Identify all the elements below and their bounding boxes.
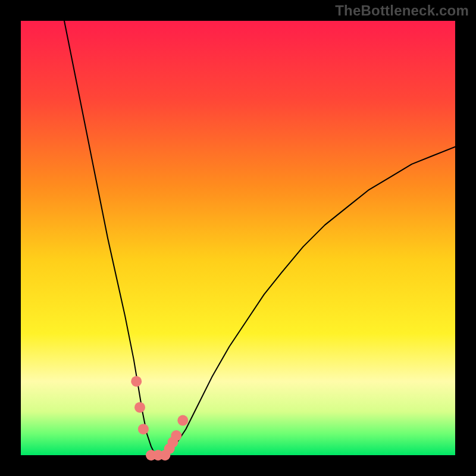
- curve-marker: [171, 430, 181, 441]
- curve-marker: [177, 415, 188, 426]
- bottleneck-chart: [0, 0, 476, 476]
- watermark-label: TheBottleneck.com: [335, 2, 469, 19]
- curve-marker: [134, 402, 145, 413]
- chart-frame: TheBottleneck.com: [0, 0, 476, 476]
- curve-marker: [131, 376, 142, 387]
- plot-background: [21, 21, 455, 455]
- curve-marker: [138, 424, 149, 434]
